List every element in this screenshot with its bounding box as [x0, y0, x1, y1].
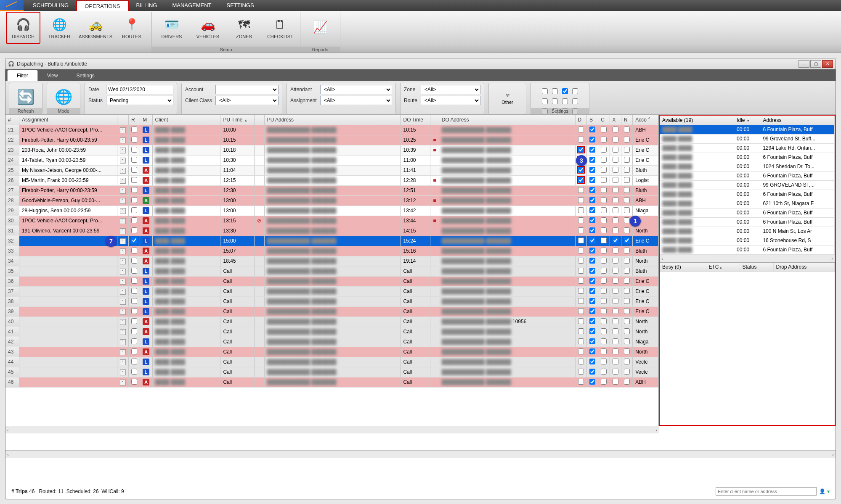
flag-check[interactable]: [578, 187, 584, 193]
row-expand-icon[interactable]: ˅: [120, 269, 126, 274]
table-row[interactable]: 41˅A████ ████Call████████████ ███████Cal…: [5, 327, 658, 337]
available-row[interactable]: ████ ████00:0099 Groveland St, Buff...: [660, 134, 835, 143]
flag-check[interactable]: [613, 268, 618, 274]
flag-check[interactable]: [589, 177, 595, 183]
ribbon-routes-button[interactable]: 📍ROUTES: [114, 12, 149, 44]
zone-select[interactable]: <All>: [421, 85, 480, 94]
status-header[interactable]: Status: [740, 263, 773, 272]
flag-check[interactable]: [578, 348, 584, 354]
flag-check[interactable]: [601, 278, 607, 284]
flag-check[interactable]: [601, 248, 607, 253]
flag-check[interactable]: [601, 328, 607, 334]
row-expand-icon[interactable]: ˅: [120, 208, 126, 214]
col-[interactable]: #: [5, 115, 19, 125]
flag-check[interactable]: [578, 217, 584, 223]
flag-check[interactable]: [613, 248, 618, 253]
available-row[interactable]: ████ ████00:0099 GROVELAND ST,...: [660, 180, 835, 190]
flag-check[interactable]: [613, 147, 618, 153]
available-row[interactable]: ████ ████00:001294 Lake Rd, Ontari...: [660, 143, 835, 153]
flag-check[interactable]: [624, 127, 630, 132]
flag-check[interactable]: [624, 379, 630, 385]
settings-check-6[interactable]: [562, 98, 568, 104]
main-tab-operations[interactable]: OPERATIONS: [76, 0, 128, 11]
ribbon-zones-button[interactable]: 🗺ZONES: [227, 12, 261, 44]
row-expand-icon[interactable]: ˅: [120, 137, 126, 143]
table-row[interactable]: 301POC Vehicle-AAOf Concept, Pro...˅A███…: [5, 216, 658, 226]
flag-check[interactable]: [624, 197, 630, 203]
view-tab-view[interactable]: View: [38, 70, 67, 81]
row-expand-icon[interactable]: ˅: [120, 127, 126, 133]
flag-check[interactable]: [578, 338, 584, 344]
table-row[interactable]: 22Firebolt-Potter, Harry 00:00-23:59˅L██…: [5, 135, 658, 145]
available-row[interactable]: ████ ████00:00100 N Main St, Los Ar: [660, 227, 835, 236]
side-col-availHeader[interactable]: Available (19): [660, 116, 734, 125]
row-expand-icon[interactable]: ˅: [120, 349, 126, 355]
available-row[interactable]: ████ ████00:006 Fountain Plaza, Buff: [660, 125, 835, 134]
flag-check[interactable]: [578, 288, 584, 294]
flag-check[interactable]: [624, 258, 630, 264]
row-expand-icon[interactable]: ˅: [120, 289, 126, 295]
flag-check[interactable]: [624, 318, 630, 324]
table-row[interactable]: 32˅L████ ████15:00████████████ ███████15…: [5, 236, 658, 246]
flag-check[interactable]: [601, 137, 607, 142]
flag-check[interactable]: [613, 278, 618, 284]
flag-check[interactable]: [589, 348, 595, 354]
available-table[interactable]: Available (19)Idle Address████ ████00:00…: [660, 116, 835, 255]
r-check[interactable]: [131, 207, 137, 213]
settings-check-5[interactable]: [552, 98, 558, 104]
row-expand-icon[interactable]: ˅: [120, 309, 126, 315]
row-expand-icon[interactable]: ˅: [120, 259, 126, 264]
flag-check[interactable]: [624, 338, 630, 344]
flag-check[interactable]: [578, 227, 584, 233]
col-n[interactable]: N: [621, 115, 632, 125]
flag-check[interactable]: [624, 167, 630, 173]
col-putimespanclasstriupspan[interactable]: PU Time: [220, 115, 255, 125]
r-check[interactable]: [131, 187, 137, 193]
flag-check[interactable]: [589, 147, 595, 153]
r-check[interactable]: [131, 127, 137, 132]
row-expand-icon[interactable]: ˅: [120, 279, 126, 285]
r-check[interactable]: [131, 248, 137, 253]
account-select[interactable]: [215, 85, 279, 94]
table-row[interactable]: 35˅L████ ████Call████████████ ███████Cal…: [5, 266, 658, 276]
flag-check[interactable]: [624, 278, 630, 284]
flag-check[interactable]: [589, 197, 595, 203]
table-row[interactable]: 38˅L████ ████Call████████████ ███████Cal…: [5, 296, 658, 306]
refresh-icon[interactable]: 🔄: [11, 85, 40, 108]
r-check[interactable]: [131, 137, 137, 142]
ribbon-drivers-button[interactable]: 🪪DRIVERS: [154, 12, 189, 44]
r-check[interactable]: [131, 157, 137, 163]
flag-check[interactable]: [613, 258, 618, 264]
flag-check[interactable]: [589, 369, 595, 375]
available-row[interactable]: ████ ████00:006 Fountain Plaza, Buff: [660, 153, 835, 162]
flag-check[interactable]: [589, 227, 595, 233]
r-check[interactable]: [131, 268, 137, 274]
flag-check[interactable]: [589, 328, 595, 334]
flag-check[interactable]: [601, 298, 607, 304]
r-check[interactable]: [131, 278, 137, 284]
row-expand-icon[interactable]: ˅: [120, 319, 126, 325]
maximize-button[interactable]: ▢: [810, 60, 821, 68]
flag-check[interactable]: [601, 197, 607, 203]
flag-check[interactable]: [613, 338, 618, 344]
table-row[interactable]: 46˅A████ ████Call████████████ ███████Cal…: [5, 377, 658, 387]
flag-check[interactable]: [578, 328, 584, 334]
flag-check[interactable]: [601, 217, 607, 223]
table-row[interactable]: 43˅A████ ████Call████████████ ███████Cal…: [5, 347, 658, 357]
flag-check[interactable]: [578, 359, 584, 364]
flag-check[interactable]: [601, 167, 607, 173]
flag-check[interactable]: [613, 137, 618, 142]
settings-check-2[interactable]: [562, 88, 568, 94]
flag-check[interactable]: [624, 268, 630, 274]
r-check[interactable]: [131, 348, 137, 354]
flag-check[interactable]: [601, 258, 607, 264]
r-check[interactable]: [131, 379, 137, 385]
col-x[interactable]: X: [610, 115, 621, 125]
flag-check[interactable]: [624, 328, 630, 334]
table-row[interactable]: 40˅A████ ████Call████████████ ███████Cal…: [5, 317, 658, 327]
r-check[interactable]: [131, 288, 137, 294]
table-row[interactable]: 28GoodVehicle-Person, Guy 00:00-...˅S███…: [5, 195, 658, 206]
main-tab-billing[interactable]: BILLING: [129, 0, 165, 11]
available-row[interactable]: ████ ████00:006 Fountain Plaza, Buff: [660, 208, 835, 217]
r-check[interactable]: [131, 177, 137, 183]
